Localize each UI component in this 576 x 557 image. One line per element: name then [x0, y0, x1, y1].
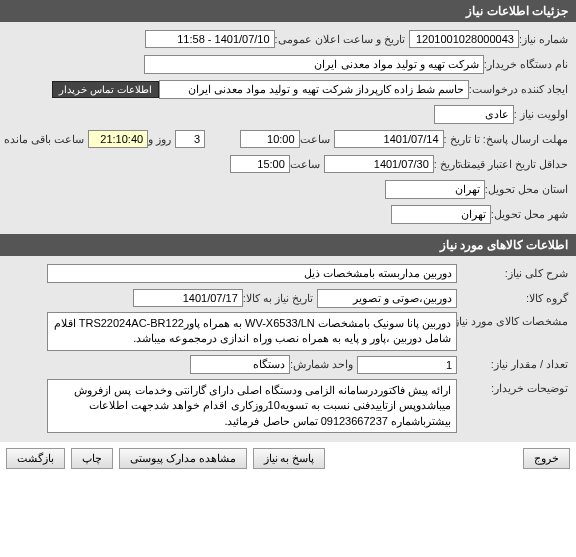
goods-spec-label: مشخصات کالای مورد نیاز:: [457, 312, 572, 328]
buyer-notes-value: ارائه پیش فاکتوردرسامانه الزامی ودستگاه …: [47, 379, 457, 433]
unit-value: دستگاه: [190, 355, 290, 374]
goods-group-label: گروه کالا:: [457, 292, 572, 305]
buyer-org-label: نام دستگاه خریدار:: [484, 58, 572, 71]
response-deadline-label: مهلت ارسال پاسخ: تا تاریخ :: [444, 133, 572, 146]
need-number-label: شماره نیاز:: [519, 33, 572, 46]
attachments-button[interactable]: مشاهده مدارک پیوستی: [119, 448, 247, 469]
goods-info-body: شرح کلی نیاز: دوربین مداربسته بامشخصات ذ…: [0, 256, 576, 442]
need-details-header: جزئیات اطلاعات نیاز: [0, 0, 576, 22]
remaining-days-label: روز و: [148, 133, 175, 146]
remaining-days: 3: [175, 130, 205, 148]
reply-button[interactable]: پاسخ به نیاز: [253, 448, 326, 469]
buyer-org-value: شرکت تهیه و تولید مواد معدنی ایران: [144, 55, 484, 74]
delivery-city-value: تهران: [391, 205, 491, 224]
need-date-label: تاریخ نیاز به کالا:: [243, 292, 317, 305]
need-number-value: 1201001028000043: [409, 30, 519, 48]
exit-button[interactable]: خروج: [523, 448, 570, 469]
need-desc-label: شرح کلی نیاز:: [457, 267, 572, 280]
priority-label: اولویت نیاز :: [514, 108, 572, 121]
remaining-time: 21:10:40: [88, 130, 148, 148]
goods-info-header: اطلاعات کالاهای مورد نیاز: [0, 234, 576, 256]
price-validity-label: حداقل تاریخ اعتبار قیمت:: [474, 158, 572, 171]
buyer-contact-badge[interactable]: اطلاعات تماس خریدار: [52, 81, 159, 98]
need-date-value: 1401/07/17: [133, 289, 243, 307]
public-announce-label: تاریخ و ساعت اعلان عمومی:: [275, 33, 409, 46]
request-creator-label: ایجاد کننده درخواست:: [469, 83, 572, 96]
public-announce-value: 1401/07/10 - 11:58: [145, 30, 275, 48]
qty-value: 1: [357, 356, 457, 374]
price-validity-to-label: تا تاریخ :: [434, 158, 474, 171]
need-desc-value: دوربین مداربسته بامشخصات ذیل: [47, 264, 457, 283]
qty-label: تعداد / مقدار نیاز:: [457, 358, 572, 371]
delivery-province-value: تهران: [385, 180, 485, 199]
need-details-body: شماره نیاز: 1201001028000043 تاریخ و ساع…: [0, 22, 576, 234]
button-row: بازگشت چاپ مشاهده مدارک پیوستی پاسخ به ن…: [0, 442, 576, 475]
priority-value: عادی: [434, 105, 514, 124]
unit-label: واحد شمارش:: [290, 358, 357, 371]
request-creator-value: حاسم شط زاده کارپرداز شرکت تهیه و تولید …: [159, 80, 469, 99]
price-validity-time-label: ساعت: [290, 158, 324, 171]
buyer-notes-label: توضیحات خریدار:: [457, 379, 572, 395]
goods-group-value: دوربین،صوتی و تصویر: [317, 289, 457, 308]
response-deadline-date: 1401/07/14: [334, 130, 444, 148]
back-button[interactable]: بازگشت: [6, 448, 65, 469]
goods-spec-value: دوربین پانا سونیک بامشخصات WV-X6533/LN ب…: [47, 312, 457, 351]
response-deadline-time: 10:00: [240, 130, 300, 148]
price-validity-date: 1401/07/30: [324, 155, 434, 173]
delivery-province-label: استان محل تحویل:: [485, 183, 572, 196]
delivery-city-label: شهر محل تحویل:: [491, 208, 572, 221]
response-deadline-time-label: ساعت: [300, 133, 334, 146]
print-button[interactable]: چاپ: [71, 448, 113, 469]
price-validity-time: 15:00: [230, 155, 290, 173]
remaining-suffix: ساعت باقی مانده: [4, 133, 88, 146]
